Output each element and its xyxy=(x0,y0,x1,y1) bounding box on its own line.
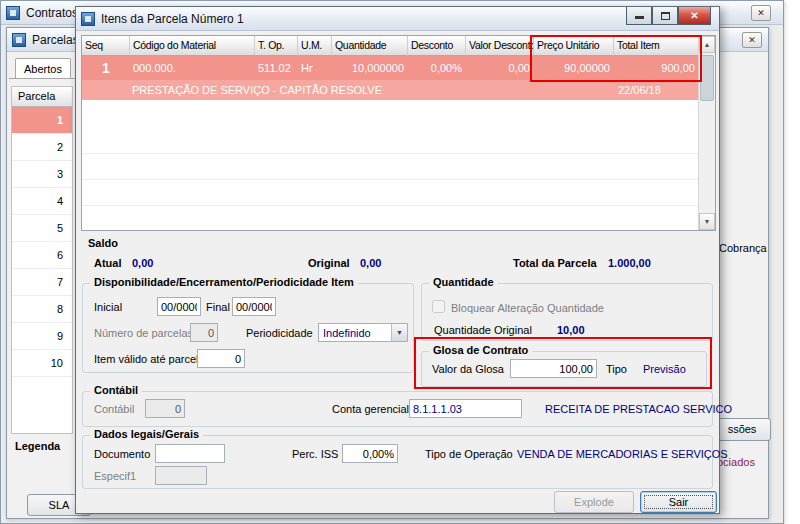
especif1-field[interactable] xyxy=(155,466,207,485)
col-header-um[interactable]: U.M. xyxy=(298,36,332,56)
cobranca-label-fragment: Cobrança xyxy=(719,242,767,254)
cell-um: Hr xyxy=(298,56,332,80)
inicial-field[interactable] xyxy=(157,297,201,316)
groupbox-contabil: Contábil Contábil Conta gerencial RECEIT… xyxy=(82,391,713,427)
saldo-original-value: 0,00 xyxy=(360,257,381,269)
list-item[interactable]: 3 xyxy=(12,161,72,188)
conta-gerencial-field[interactable] xyxy=(409,399,522,418)
list-item[interactable]: 9 xyxy=(12,323,72,350)
list-item[interactable]: 10 xyxy=(12,350,72,377)
final-label: Final xyxy=(206,301,230,313)
col-header-total-item[interactable]: Total Item xyxy=(614,36,699,56)
groupbox-contabil-title: Contábil xyxy=(90,384,142,396)
documento-label: Documento xyxy=(94,448,150,460)
tab-abertos[interactable]: Abertos xyxy=(15,58,71,79)
col-header-preco-unitario[interactable]: Preço Unitário xyxy=(534,36,614,56)
documento-field[interactable] xyxy=(155,444,225,463)
perc-iss-label: Perc. ISS xyxy=(292,448,338,460)
chevron-down-icon[interactable]: ▼ xyxy=(391,324,407,341)
saldo-title: Saldo xyxy=(88,237,118,249)
app-icon xyxy=(6,6,20,20)
screen: Contratos ✕ Parcelas do ✕ Abertos Parcel… xyxy=(0,0,800,524)
col-header-desconto[interactable]: Desconto xyxy=(408,36,466,56)
list-item[interactable]: 7 xyxy=(12,269,72,296)
items-grid: Seq Código do Material T. Op. U.M. Quant… xyxy=(81,35,716,231)
table-row[interactable]: 1 000.000. 511.02 Hr 10,000000 0,00% 0,0… xyxy=(82,56,715,80)
close-icon[interactable]: ✕ xyxy=(742,32,762,48)
cell-total-item: 900,00 xyxy=(614,56,699,80)
saldo-atual-value: 0,00 xyxy=(132,257,153,269)
contabil-field[interactable] xyxy=(145,399,185,418)
sair-button[interactable]: Sair xyxy=(640,491,717,513)
periodicidade-select[interactable]: Indefinido ▼ xyxy=(318,323,408,342)
list-item[interactable]: 6 xyxy=(12,242,72,269)
final-field[interactable] xyxy=(232,297,276,316)
perc-iss-field[interactable] xyxy=(342,444,398,463)
contabil-label: Contábil xyxy=(94,403,134,415)
col-header-quantidade[interactable]: Quantidade xyxy=(332,36,408,56)
valor-glosa-field[interactable] xyxy=(510,359,597,378)
parcela-column-header[interactable]: Parcela xyxy=(12,87,72,107)
scroll-up-icon[interactable]: ▲ xyxy=(699,36,715,53)
conta-gerencial-label: Conta gerencial xyxy=(332,403,409,415)
groupbox-disponibilidade: Disponibilidade/Encerramento/Periodicida… xyxy=(82,283,414,373)
col-header-valor-desconto[interactable]: Valor Desconto xyxy=(466,36,534,56)
col-header-t-op[interactable]: T. Op. xyxy=(255,36,298,56)
tipo-operacao-value: VENDA DE MERCADORIAS E SERVIÇOS xyxy=(517,448,728,460)
dialog-title: Itens da Parcela Número 1 xyxy=(101,12,244,26)
app-icon xyxy=(12,33,26,47)
numero-parcelas-label: Número de parcelas xyxy=(94,327,193,339)
scrollbar-thumb[interactable] xyxy=(700,55,714,101)
dialog-titlebar: Itens da Parcela Número 1 xyxy=(76,7,719,31)
groupbox-disponibilidade-title: Disponibilidade/Encerramento/Periodicida… xyxy=(90,276,358,288)
bloquear-quantidade-checkbox[interactable] xyxy=(432,300,445,313)
periodicidade-value: Indefinido xyxy=(319,327,391,339)
list-item[interactable]: 4 xyxy=(12,188,72,215)
list-item[interactable]: 2 xyxy=(12,134,72,161)
numero-parcelas-field[interactable] xyxy=(190,323,218,342)
explode-button[interactable]: Explode xyxy=(554,491,634,513)
close-icon[interactable]: ✕ xyxy=(678,7,711,25)
total-parcela-label: Total da Parcela xyxy=(513,257,597,269)
maximize-icon[interactable] xyxy=(652,7,678,25)
groupbox-dados-legais-title: Dados legais/Gerais xyxy=(90,428,203,440)
tipo-operacao-label: Tipo de Operação xyxy=(425,448,513,460)
cell-t-op: 511.02 xyxy=(255,56,298,80)
saldo-atual-label: Atual xyxy=(94,257,122,269)
ssoes-button-fragment[interactable]: ssões xyxy=(713,418,771,441)
bloquear-quantidade-label: Bloquear Alteração Quantidade xyxy=(451,302,604,314)
conta-gerencial-description: RECEITA DE PRESTACAO SERVICO xyxy=(545,403,732,415)
item-valido-label: Item válido até parcela xyxy=(94,353,205,365)
minimize-icon[interactable] xyxy=(626,7,652,25)
scroll-down-icon[interactable]: ▼ xyxy=(699,213,715,230)
cell-quantidade: 10,000000 xyxy=(332,56,408,80)
tab-strip-line xyxy=(9,78,79,79)
dialog-icon xyxy=(81,12,95,26)
groupbox-glosa: Glosa de Contrato Valor da Glosa Tipo Pr… xyxy=(421,351,707,387)
total-parcela-value: 1.000,00 xyxy=(608,257,651,269)
item-description: PRESTAÇÃO DE SERVIÇO - CAPITÃO RESOLVE xyxy=(132,84,382,96)
inicial-label: Inicial xyxy=(94,301,122,313)
col-header-codigo-material[interactable]: Código do Material xyxy=(130,36,255,56)
list-item[interactable]: 1 xyxy=(12,107,72,134)
vertical-scrollbar[interactable]: ▲ ▼ xyxy=(698,36,715,230)
cell-seq: 1 xyxy=(82,56,130,80)
legenda-label: Legenda xyxy=(15,440,60,452)
parcelas-list: Parcela 1 2 3 4 5 6 7 8 9 10 xyxy=(11,86,73,434)
cell-desconto: 0,00% xyxy=(408,56,466,80)
glosa-tipo-label: Tipo xyxy=(606,363,627,375)
valor-glosa-label: Valor da Glosa xyxy=(432,363,504,375)
dialog-itens-da-parcela: Itens da Parcela Número 1 ✕ Seq Código d… xyxy=(75,6,720,514)
saldo-original-label: Original xyxy=(308,257,350,269)
col-header-seq[interactable]: Seq xyxy=(82,36,130,56)
close-icon[interactable]: ✕ xyxy=(751,5,771,21)
glosa-tipo-value: Previsão xyxy=(643,363,686,375)
item-valido-field[interactable] xyxy=(197,349,245,368)
groupbox-dados-legais: Dados legais/Gerais Documento Perc. ISS … xyxy=(82,435,713,489)
list-item[interactable]: 8 xyxy=(12,296,72,323)
table-row-description[interactable]: PRESTAÇÃO DE SERVIÇO - CAPITÃO RESOLVE 2… xyxy=(82,80,715,100)
groupbox-glosa-title: Glosa de Contrato xyxy=(429,344,532,356)
cell-preco-unitario: 90,00000 xyxy=(534,56,614,80)
list-item[interactable]: 5 xyxy=(12,215,72,242)
grid-empty-rows xyxy=(82,128,698,230)
